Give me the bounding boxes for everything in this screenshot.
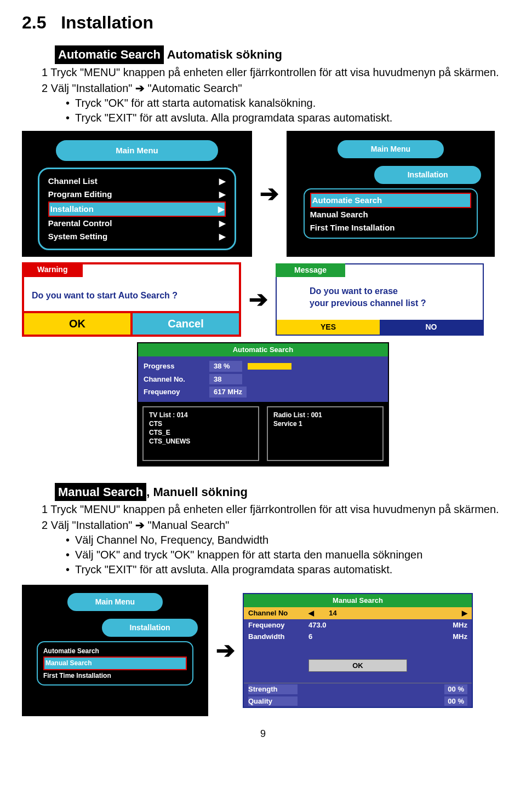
chevron-right-icon[interactable]: ▶ <box>462 608 467 618</box>
manual-quality-row: Quality00 % <box>244 695 472 707</box>
chevron-right-icon: ▶ <box>219 218 226 229</box>
install2-item-manual[interactable]: Manual Search <box>43 656 187 670</box>
tv-list-panel: TV List : 014 CTS CTS_E CTS_UNEWS <box>142 406 259 461</box>
chevron-right-icon: ▶ <box>219 189 226 200</box>
menu-item-system-setting[interactable]: System Setting▶ <box>48 230 226 243</box>
auto-title: Automatic Search <box>138 343 388 356</box>
auto-step-2: 2 Välj "Installation" ➔ "Automatic Searc… <box>55 81 504 96</box>
auto-bullet-2: Tryck "EXIT" för att avsluta. Alla progr… <box>77 111 504 125</box>
install-menu-body: Automatie Search Manual Search First Tim… <box>304 188 478 239</box>
install2-sub: Installation <box>102 619 198 637</box>
right-arrow-icon: ➔ <box>260 178 279 210</box>
install2-top: Main Menu <box>67 593 163 611</box>
auto-heading-suffix: Automatisk sökning <box>167 48 282 61</box>
chevron-right-icon: ▶ <box>219 231 226 242</box>
warning-tab: Warning <box>22 262 83 277</box>
menu-item-channel-list[interactable]: Channel List▶ <box>48 175 226 188</box>
auto-bullet-1: Tryck "OK" för att starta automatisk kan… <box>77 96 504 111</box>
manual-step-2: 2 Välj "Installation" ➔ "Manual Search" <box>55 518 504 533</box>
auto-heading-box: Automatic Search <box>55 45 164 64</box>
manual-freq-row[interactable]: Frequenoy 473.0MHz <box>244 619 472 631</box>
auto-step-1: 1 Tryck "MENU" knappen på enheten eller … <box>55 65 504 80</box>
manual-heading: Manual Search, Manuell sökning <box>55 483 504 502</box>
warning-ok-button[interactable]: OK <box>24 313 130 335</box>
chevron-right-icon: ▶ <box>219 176 226 187</box>
right-arrow-icon: ➔ <box>135 519 145 531</box>
right-arrow-icon: ➔ <box>216 635 235 666</box>
installation-menu-screen-small: Main Menu Installation Automatie Search … <box>22 585 208 716</box>
warning-text: Do you want to start Auto Search ? <box>24 280 239 312</box>
manual-heading-suffix: , Manuell sökning <box>146 485 248 499</box>
page-number: 9 <box>22 727 504 740</box>
chevron-right-icon: ▶ <box>218 204 225 215</box>
message-yes-button[interactable]: YES <box>277 320 380 335</box>
message-no-button[interactable]: NO <box>380 320 483 335</box>
menu-item-installation[interactable]: Installation▶ <box>48 201 226 217</box>
radio-list-panel: Radio List : 001 Service 1 <box>267 406 384 461</box>
install-item-manual[interactable]: Manual Search <box>310 208 472 221</box>
manual-heading-box: Manual Search <box>55 483 146 502</box>
screens-row-1: Main Menu Channel List▶ Program Editing▶… <box>22 131 504 257</box>
install2-item-auto[interactable]: Automatie Search <box>43 646 187 656</box>
main-menu-body: Channel List▶ Program Editing▶ Installat… <box>38 168 236 250</box>
manual-bullet-1: Välj Channel No, Frequency, Bandwidth <box>77 533 504 548</box>
manual-ok-button[interactable]: OK <box>308 659 407 672</box>
manual-strength-row: Strength00 % <box>244 683 472 695</box>
auto-freq-row: Frequenoy 617 MHz <box>144 385 382 399</box>
main-menu-title: Main Menu <box>56 140 218 161</box>
manual-channel-row[interactable]: Channel No ◀ 14▶ <box>244 607 472 619</box>
chevron-left-icon[interactable]: ◀ <box>308 608 314 618</box>
progress-bar-icon <box>248 363 291 370</box>
manual-bw-row[interactable]: Bandwidth 6MHz <box>244 631 472 643</box>
auto-progress-row: Progress 38 % <box>144 360 382 373</box>
main-menu-screen: Main Menu Channel List▶ Program Editing▶… <box>22 131 252 257</box>
right-arrow-icon: ➔ <box>135 82 145 94</box>
auto-channel-row: Channel No. 38 <box>144 373 382 386</box>
manual-bullet-3: Tryck "EXIT" för att avsluta. Alla progr… <box>77 562 504 577</box>
installation-menu-screen: Main Menu Installation Automatie Search … <box>287 131 495 257</box>
manual-bullet-2: Välj "OK" and tryck "OK" knappen för att… <box>77 548 504 562</box>
manual-title: Manual Search <box>244 594 472 607</box>
menu-item-program-editing[interactable]: Program Editing▶ <box>48 188 226 201</box>
manual-search-screen: Manual Search Channel No ◀ 14▶ Frequenoy… <box>243 593 473 708</box>
automatic-search-screen: Automatic Search Progress 38 % Channel N… <box>137 342 389 466</box>
install-item-auto[interactable]: Automatie Search <box>310 193 472 208</box>
message-tab: Message <box>276 263 345 277</box>
install2-body: Automatie Search Manual Search First Tim… <box>37 641 193 686</box>
message-text: Do you want to erase your previous chann… <box>277 278 483 320</box>
warning-cancel-button[interactable]: Cancel <box>130 313 239 335</box>
screens-row-3: Main Menu Installation Automatie Search … <box>22 585 504 716</box>
install2-item-first-time[interactable]: First Time Installation <box>43 670 187 681</box>
install-top-title: Main Menu <box>338 140 444 158</box>
warning-dialog: Warning Do you want to start Auto Search… <box>22 262 241 337</box>
screens-row-2: Warning Do you want to start Auto Search… <box>22 262 504 337</box>
right-arrow-icon: ➔ <box>249 284 268 315</box>
install-item-first-time[interactable]: First Time Installation <box>310 221 472 234</box>
manual-step-1: 1 Tryck "MENU" knappen på enheten eller … <box>55 502 504 517</box>
menu-item-parental-control[interactable]: Parental Control▶ <box>48 217 226 230</box>
auto-heading: Automatic Search Automatisk sökning <box>55 45 504 64</box>
section-title: 2.5 Installation <box>22 11 504 34</box>
message-dialog: Message Do you want to erase your previo… <box>276 263 484 336</box>
install-subtitle: Installation <box>374 166 481 184</box>
